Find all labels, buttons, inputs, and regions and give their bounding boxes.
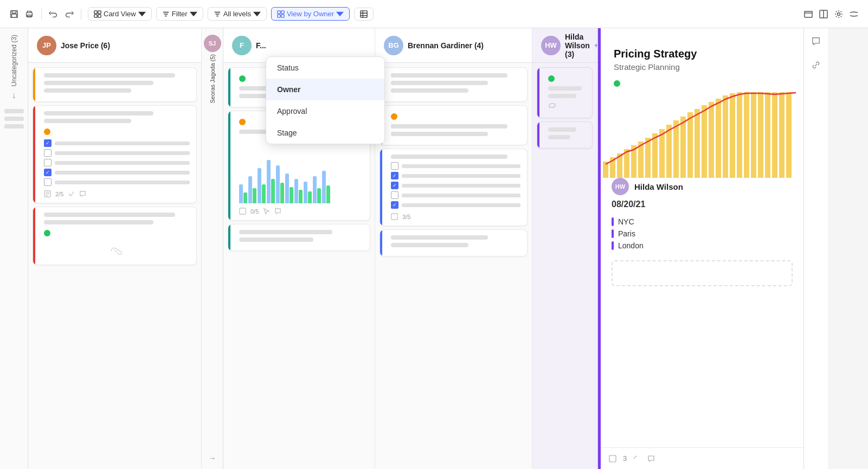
svg-rect-9 (278, 10, 280, 13)
svg-rect-8 (98, 14, 101, 17)
dropdown-item-stage[interactable]: Stage (266, 122, 384, 144)
detail-title: Pricing Strategy (614, 48, 793, 60)
detail-subtitle: Strategic Planning (614, 62, 793, 72)
svg-rect-2 (12, 14, 17, 17)
svg-rect-6 (98, 10, 101, 13)
checklist-footer-icon (609, 455, 616, 462)
checkbox[interactable] (391, 172, 398, 179)
status-dot (44, 129, 50, 135)
card[interactable] (537, 67, 593, 118)
svg-rect-26 (645, 138, 651, 178)
svg-rect-29 (666, 125, 672, 178)
cards-jose: 2/5 (28, 63, 201, 469)
uncategorized-column: Uncategorized (3) ↓ (0, 28, 28, 469)
expand-panel-icon[interactable] (818, 9, 829, 20)
svg-rect-46 (786, 92, 792, 178)
card-inner: 2/5 (40, 111, 190, 197)
levels-button[interactable]: All levels (208, 7, 267, 21)
drop-area[interactable] (612, 260, 793, 286)
checkbox[interactable] (44, 149, 52, 157)
dropdown-item-status[interactable]: Status (266, 57, 384, 79)
filter-button[interactable]: Filter (156, 7, 203, 21)
main-content: Uncategorized (3) ↓ JP Jose Price (6) (0, 28, 868, 469)
card[interactable] (380, 105, 528, 145)
grid-view-button[interactable] (354, 8, 374, 21)
detail-header: Pricing Strategy Strategic Planning (601, 28, 803, 91)
card-inner (40, 213, 190, 259)
card[interactable] (380, 67, 528, 102)
card[interactable] (380, 229, 528, 256)
checkbox[interactable] (391, 191, 398, 199)
card[interactable]: 2/5 (33, 105, 197, 203)
location-list: NYC Paris London (601, 216, 803, 260)
svg-rect-12 (281, 14, 284, 17)
card-accent (380, 230, 382, 256)
card-inner (387, 235, 520, 247)
comment-footer-icon (647, 455, 655, 462)
view-by-owner-button[interactable]: View by Owner (271, 7, 350, 21)
unc-card-stub (4, 109, 24, 113)
svg-rect-32 (687, 112, 693, 178)
attachment-icon (263, 208, 270, 215)
checkbox[interactable] (44, 178, 52, 186)
card[interactable] (537, 121, 593, 149)
svg-rect-38 (730, 93, 735, 178)
card[interactable] (228, 224, 370, 251)
status-dot (548, 75, 555, 82)
card-footer: 3/5 (391, 213, 520, 220)
card-view-button[interactable]: Card View (88, 7, 152, 21)
seoras-expand-arrow[interactable]: → (209, 454, 216, 462)
card-accent (228, 68, 230, 107)
unc-card-stub (4, 117, 24, 121)
undo-icon[interactable] (48, 9, 59, 20)
card-inner (387, 73, 520, 93)
svg-rect-39 (737, 92, 742, 178)
link-icon-btn[interactable] (807, 56, 825, 74)
checkbox[interactable] (44, 139, 52, 147)
toolbar-right (803, 9, 859, 20)
dropdown-item-owner[interactable]: Owner (266, 79, 384, 100)
view-by-dropdown: Status Owner Approval Stage (266, 56, 385, 144)
checkbox[interactable] (44, 169, 52, 176)
save-icon[interactable] (9, 9, 20, 20)
card-accent (33, 207, 35, 265)
chat-icon-btn[interactable] (807, 33, 825, 50)
card[interactable] (33, 67, 197, 102)
settings-icon[interactable] (833, 9, 844, 20)
seoras-name: Seoras Jagoda (5) (209, 54, 216, 104)
redo-icon[interactable] (63, 9, 74, 20)
svg-rect-5 (94, 10, 97, 13)
checkbox[interactable] (44, 159, 52, 166)
svg-rect-28 (659, 129, 665, 178)
attachment-icon-card (548, 102, 556, 110)
avatar-hilda: HW (541, 36, 561, 55)
checkbox[interactable] (391, 182, 398, 189)
detail-chart-svg (601, 91, 796, 178)
svg-rect-45 (779, 92, 785, 178)
column-seoras[interactable]: SJ Seoras Jagoda (5) → (202, 28, 223, 469)
detail-footer: 3 (598, 447, 803, 469)
avatar-seoras: SJ (204, 35, 221, 52)
status-dot (239, 119, 246, 125)
uncategorized-arrow: ↓ (12, 91, 16, 100)
dropdown-item-approval[interactable]: Approval (266, 100, 384, 122)
chart-area (239, 138, 363, 203)
detail-owner-row: HW Hilda Wilson (601, 178, 803, 200)
checkbox[interactable] (391, 162, 398, 170)
card[interactable]: 3/5 (380, 149, 528, 226)
card-inner (544, 127, 586, 139)
collapse-icon[interactable] (848, 9, 859, 20)
svg-point-16 (838, 12, 840, 15)
detail-footer-count: 3 (623, 454, 627, 462)
print-icon[interactable] (24, 9, 35, 20)
svg-rect-27 (652, 133, 658, 178)
checkbox[interactable] (391, 201, 398, 209)
column-hilda: HW Hilda Wilson (3) + Add (532, 28, 597, 469)
link-icon (811, 60, 821, 70)
svg-rect-41 (751, 92, 756, 178)
minimize-icon[interactable] (803, 9, 814, 20)
card[interactable] (33, 207, 197, 265)
svg-rect-18 (240, 208, 246, 214)
svg-rect-7 (94, 14, 97, 17)
svg-rect-35 (709, 102, 714, 178)
